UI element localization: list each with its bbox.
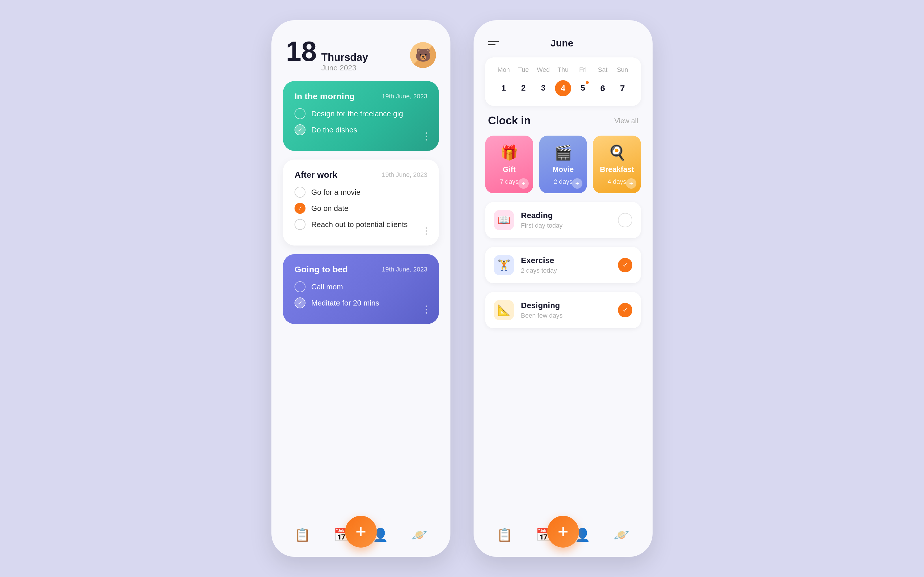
day-label-thu: Thu — [553, 66, 573, 74]
task-label: Call mom — [311, 282, 343, 292]
morning-card: In the morning 19th June, 2023 Design fo… — [283, 81, 439, 151]
task-item[interactable]: ✓ Do the dishes — [294, 124, 427, 135]
exercise-sub: 2 days today — [521, 267, 611, 274]
task-checkbox-checked[interactable]: ✓ — [294, 203, 305, 214]
task-item[interactable]: ✓ Go on date — [294, 203, 427, 214]
habit-days-movie: 2 days — [554, 178, 573, 185]
task-checkbox-checked[interactable]: ✓ — [294, 297, 305, 308]
view-all-link[interactable]: View all — [614, 117, 638, 125]
task-label: Go on date — [311, 204, 349, 213]
day-number: 18 — [286, 37, 317, 65]
nav-tasks-icon[interactable]: 📋 — [294, 527, 310, 542]
ham-line — [488, 44, 496, 45]
movie-icon: 🎬 — [554, 144, 572, 161]
day-label-tue: Tue — [514, 66, 534, 74]
hamburger-menu[interactable] — [488, 41, 499, 45]
after-work-card: After work 19th June, 2023 Go for a movi… — [283, 160, 439, 245]
nav-tasks-icon-r[interactable]: 📋 — [497, 527, 512, 542]
cal-date-5[interactable]: 5 — [573, 79, 593, 97]
avatar[interactable]: 🐻 — [410, 42, 436, 68]
exercise-text: Exercise 2 days today — [521, 256, 611, 274]
task-label: Meditate for 20 mins — [311, 298, 380, 308]
ham-line — [488, 41, 499, 42]
day-label-sat: Sat — [593, 66, 613, 74]
cal-date-2[interactable]: 2 — [514, 79, 534, 97]
habit-card-gift[interactable]: 🎁 Gift 7 days + — [485, 135, 533, 193]
cal-date-7[interactable]: 7 — [612, 79, 632, 97]
task-checkbox[interactable] — [294, 187, 305, 198]
reading-name: Reading — [521, 211, 611, 220]
bed-title: Going to bed — [294, 264, 348, 274]
afterwork-title: After work — [294, 170, 337, 180]
habit-days-breakfast: 4 days — [607, 178, 626, 185]
nav-explore-icon-r[interactable]: 🪐 — [614, 527, 630, 542]
task-item[interactable]: Go for a movie — [294, 187, 427, 198]
day-label-mon: Mon — [494, 66, 514, 74]
day-label-fri: Fri — [573, 66, 593, 74]
day-label-wed: Wed — [533, 66, 553, 74]
fab-add-button-right[interactable]: + — [547, 516, 579, 548]
cal-date-4-today[interactable]: 4 — [555, 80, 571, 97]
task-item[interactable]: Reach out to potential clients — [294, 219, 427, 230]
calendar-dates-row: 1 2 3 4 5 6 7 — [494, 79, 632, 97]
header-row: 18 Thursday June 2023 🐻 — [283, 37, 439, 73]
task-checkbox[interactable] — [294, 108, 305, 119]
habit-days-gift: 7 days — [500, 178, 519, 185]
habit-card-breakfast[interactable]: 🍳 Breakfast 4 days + — [593, 135, 641, 193]
bottom-nav: 📋 📅 + 👤 🪐 — [283, 522, 439, 545]
cal-date-6[interactable]: 6 — [593, 79, 613, 97]
habit-plus-breakfast[interactable]: + — [626, 178, 636, 189]
task-checkbox[interactable] — [294, 281, 305, 292]
designing-text: Designing Been few days — [521, 301, 611, 319]
bed-date: 19th June, 2023 — [382, 266, 427, 273]
dots-menu[interactable] — [426, 306, 427, 314]
fab-add-button[interactable]: + — [345, 516, 377, 548]
reading-icon: 📖 — [494, 210, 514, 230]
nav-explore-icon[interactable]: 🪐 — [412, 527, 427, 542]
exercise-icon: 🏋️ — [494, 255, 514, 275]
exercise-name: Exercise — [521, 256, 611, 265]
dots-menu[interactable] — [426, 227, 427, 235]
habit-plus-gift[interactable]: + — [518, 178, 529, 189]
task-checkbox-checked[interactable]: ✓ — [294, 124, 305, 135]
habit-list-designing[interactable]: 📐 Designing Been few days ✓ — [485, 292, 641, 328]
month-year: June 2023 — [321, 63, 368, 73]
task-item[interactable]: ✓ Meditate for 20 mins — [294, 297, 427, 308]
right-phone: June Mon Tue Wed Thu Fri Sat Sun 1 2 3 4… — [473, 20, 653, 557]
reading-text: Reading First day today — [521, 211, 611, 229]
cal-date-1[interactable]: 1 — [494, 79, 514, 97]
task-label: Design for the freelance gig — [311, 110, 403, 118]
habit-list-reading[interactable]: 📖 Reading First day today — [485, 202, 641, 238]
cal-date-3[interactable]: 3 — [533, 79, 553, 97]
habit-list-exercise[interactable]: 🏋️ Exercise 2 days today ✓ — [485, 247, 641, 283]
clock-in-section-header: Clock in View all — [485, 114, 641, 127]
task-label: Reach out to potential clients — [311, 220, 408, 229]
date-block: 18 Thursday June 2023 — [286, 37, 368, 73]
habit-name-gift: Gift — [503, 165, 516, 174]
reading-check[interactable] — [618, 213, 632, 227]
calendar-header: June — [485, 37, 641, 49]
breakfast-icon: 🍳 — [608, 144, 626, 161]
calendar-day-headers: Mon Tue Wed Thu Fri Sat Sun — [494, 66, 632, 74]
left-phone: 18 Thursday June 2023 🐻 In the morning 1… — [271, 20, 451, 557]
habit-name-breakfast: Breakfast — [600, 165, 634, 174]
clock-in-title: Clock in — [488, 114, 531, 127]
habit-card-movie[interactable]: 🎬 Movie 2 days + — [539, 135, 587, 193]
going-to-bed-card: Going to bed 19th June, 2023 Call mom ✓ … — [283, 254, 439, 324]
designing-icon: 📐 — [494, 300, 514, 320]
habit-cards-row: 🎁 Gift 7 days + 🎬 Movie 2 days + 🍳 Break… — [485, 135, 641, 193]
morning-title: In the morning — [294, 92, 355, 101]
task-checkbox[interactable] — [294, 219, 305, 230]
designing-name: Designing — [521, 301, 611, 310]
designing-check[interactable]: ✓ — [618, 303, 632, 318]
morning-date: 19th June, 2023 — [382, 93, 427, 100]
dots-menu[interactable] — [426, 132, 427, 140]
task-item[interactable]: Design for the freelance gig — [294, 108, 427, 119]
habit-plus-movie[interactable]: + — [572, 178, 582, 189]
exercise-check[interactable]: ✓ — [618, 258, 632, 272]
weekday: Thursday — [321, 52, 368, 63]
reading-sub: First day today — [521, 222, 611, 229]
gift-icon: 🎁 — [500, 144, 518, 161]
task-item[interactable]: Call mom — [294, 281, 427, 292]
task-label: Go for a movie — [311, 188, 361, 197]
